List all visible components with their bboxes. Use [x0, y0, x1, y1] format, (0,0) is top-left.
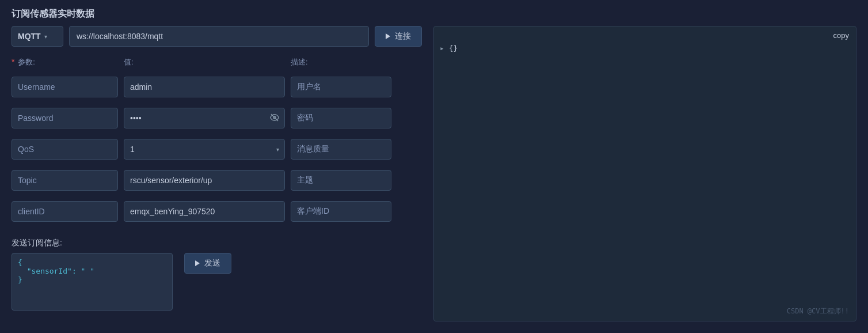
params-header-row: * 参数: 值: 描述: — [12, 55, 422, 71]
param-row-username: Username admin 用户名 — [12, 77, 422, 97]
send-button-label: 发送 — [204, 258, 220, 268]
param-desc-qos: 消息质量 — [291, 139, 391, 160]
value-header-label: 值: — [124, 58, 134, 66]
param-name-topic: Topic — [12, 170, 118, 191]
protocol-select[interactable]: MQTT ▾ — [12, 26, 63, 47]
connect-arrow-icon — [386, 33, 390, 39]
page-container: 订阅传感器实时数据 MQTT ▾ 连接 * 参数: — [0, 0, 868, 333]
protocol-label: MQTT — [18, 32, 41, 41]
param-header-label: 参数: — [18, 58, 35, 66]
desc-header-label: 描述: — [291, 58, 308, 66]
param-name-username: Username — [12, 77, 118, 97]
param-name-clientid: clientID — [12, 201, 118, 222]
connection-row: MQTT ▾ 连接 — [12, 26, 422, 47]
param-desc-clientid: 客户端ID — [291, 201, 391, 222]
url-input[interactable] — [69, 26, 369, 47]
json-display: ▸ {} — [440, 44, 850, 52]
qos-chevron-icon: ▾ — [276, 146, 279, 153]
send-section: 发送订阅信息: { "sensorId": " " } 发送 — [12, 238, 422, 311]
json-brace: {} — [449, 44, 458, 52]
left-panel: MQTT ▾ 连接 * 参数: 值: 描述: — [12, 26, 422, 321]
param-name-password: Password — [12, 108, 118, 128]
param-row-password: Password •••• 密码 — [12, 108, 422, 128]
copy-button[interactable]: copy — [833, 31, 849, 40]
send-arrow-icon — [195, 260, 200, 266]
param-row-clientid: clientID emqx_benYing_907520 客户端ID — [12, 201, 422, 222]
param-value-wrapper-password: •••• — [124, 108, 285, 128]
send-label: 发送订阅信息: — [12, 238, 422, 248]
watermark: CSDN @CV工程师!! — [787, 306, 849, 316]
param-value-topic[interactable]: rscu/sensor/exterior/up — [124, 170, 285, 191]
param-desc-username: 用户名 — [291, 77, 391, 97]
send-button[interactable]: 发送 — [184, 253, 231, 274]
param-value-wrapper-topic: rscu/sensor/exterior/up — [124, 170, 285, 191]
send-textarea[interactable]: { "sensorId": " " } — [12, 253, 173, 311]
page-title: 订阅传感器实时数据 — [0, 0, 868, 26]
param-value-wrapper-username: admin — [124, 77, 285, 97]
right-panel: copy ▸ {} CSDN @CV工程师!! — [433, 26, 856, 321]
param-row-topic: Topic rscu/sensor/exterior/up 主题 — [12, 170, 422, 191]
param-value-wrapper-clientid: emqx_benYing_907520 — [124, 201, 285, 222]
required-star: * — [12, 57, 14, 66]
param-desc-password: 密码 — [291, 108, 391, 128]
send-row: { "sensorId": " " } 发送 — [12, 253, 422, 311]
connect-button-label: 连接 — [395, 31, 411, 41]
chevron-down-icon: ▾ — [44, 33, 47, 40]
param-row-qos: QoS 1 ▾ 消息质量 — [12, 139, 422, 160]
qos-wrapper: 1 ▾ — [124, 139, 285, 160]
connect-button[interactable]: 连接 — [375, 26, 422, 47]
param-desc-topic: 主题 — [291, 170, 391, 191]
param-value-password[interactable]: •••• — [124, 108, 285, 128]
param-value-clientid[interactable]: emqx_benYing_907520 — [124, 201, 285, 222]
json-tree-icon: ▸ — [440, 44, 444, 52]
eye-icon[interactable] — [270, 113, 279, 124]
param-name-qos: QoS — [12, 139, 118, 160]
param-value-username[interactable]: admin — [124, 77, 285, 97]
main-content: MQTT ▾ 连接 * 参数: 值: 描述: — [0, 26, 868, 333]
param-value-qos[interactable]: 1 — [124, 139, 285, 160]
